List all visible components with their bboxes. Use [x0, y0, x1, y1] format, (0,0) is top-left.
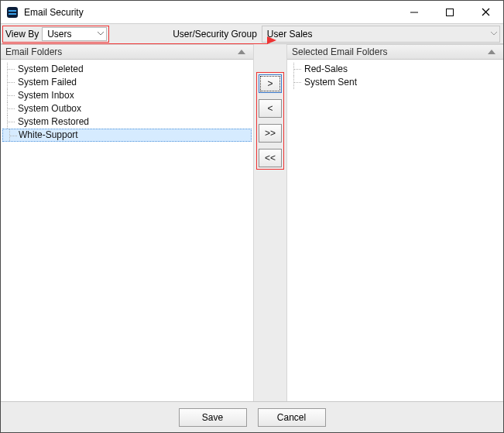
chevron-down-icon: [98, 32, 104, 36]
svg-marker-7: [267, 36, 276, 44]
filter-bar: View By Users User/Security Group User S…: [1, 24, 503, 44]
add-button[interactable]: >: [259, 74, 282, 93]
add-all-button[interactable]: >>: [259, 124, 282, 143]
titlebar: Email Security: [1, 1, 503, 24]
chevron-down-icon: [491, 32, 497, 36]
tree-item[interactable]: System Inbox: [1, 89, 253, 102]
tree-item[interactable]: System Sent: [287, 76, 503, 89]
tree-item[interactable]: System Failed: [1, 76, 253, 89]
user-security-group-combo[interactable]: User Sales: [262, 26, 500, 43]
move-buttons-highlight: > < >> <<: [256, 72, 284, 170]
tree-item-selected[interactable]: White-Support: [2, 129, 252, 142]
tree-item[interactable]: System Outbox: [1, 102, 253, 115]
view-by-label: View By: [5, 29, 39, 40]
move-buttons-column: > < >> <<: [253, 44, 287, 401]
tree-item[interactable]: System Deleted: [1, 63, 253, 76]
app-icon: [5, 5, 19, 19]
sort-asc-icon: [238, 50, 245, 54]
minimize-button[interactable]: [396, 1, 432, 23]
maximize-button[interactable]: [432, 1, 468, 23]
view-by-highlight: View By Users: [2, 26, 109, 43]
annotation-arrow-icon: [267, 36, 276, 46]
remove-all-button[interactable]: <<: [259, 149, 282, 167]
window-title: Email Security: [24, 7, 396, 18]
remove-button[interactable]: <: [259, 99, 282, 118]
close-button[interactable]: [468, 1, 503, 23]
cancel-button[interactable]: Cancel: [258, 408, 326, 427]
selected-folders-header[interactable]: Selected Email Folders: [287, 44, 503, 60]
save-button[interactable]: Save: [179, 408, 247, 427]
sort-asc-icon: [488, 50, 495, 54]
view-by-value: Users: [47, 29, 71, 40]
email-folders-tree[interactable]: System Deleted System Failed System Inbo…: [1, 60, 253, 401]
svg-rect-4: [447, 9, 454, 15]
email-folders-header-label: Email Folders: [5, 46, 62, 57]
body: Email Folders System Deleted System Fail…: [1, 44, 503, 401]
email-folders-panel: Email Folders System Deleted System Fail…: [1, 44, 253, 401]
email-security-window: Email Security View By Users User/Securi: [0, 0, 504, 433]
view-by-combo[interactable]: Users: [42, 27, 107, 41]
footer: Save Cancel: [1, 401, 503, 432]
svg-rect-1: [9, 10, 16, 12]
svg-rect-0: [7, 7, 18, 18]
svg-rect-2: [9, 13, 16, 15]
email-folders-header[interactable]: Email Folders: [1, 44, 253, 60]
tree-item[interactable]: System Restored: [1, 115, 253, 129]
user-security-group-label: User/Security Group: [173, 29, 257, 40]
selected-folders-panel: Selected Email Folders Red-Sales System …: [287, 44, 503, 401]
selected-folders-tree[interactable]: Red-Sales System Sent: [287, 60, 503, 401]
window-controls: [396, 1, 503, 23]
tree-item[interactable]: Red-Sales: [287, 63, 503, 76]
selected-folders-header-label: Selected Email Folders: [292, 46, 387, 57]
annotation-underline: [2, 43, 268, 44]
